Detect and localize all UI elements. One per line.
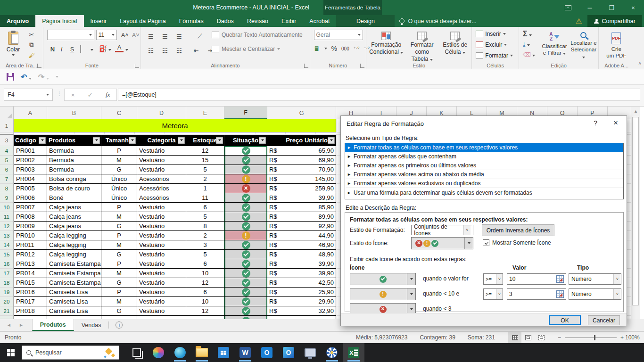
cell-codigo[interactable]: PR004 bbox=[14, 174, 47, 184]
cell-estoque[interactable]: 5 bbox=[186, 212, 224, 222]
tab-pagina-inicial[interactable]: Página Inicial bbox=[35, 15, 83, 27]
cell-codigo[interactable]: PR015 bbox=[14, 278, 47, 288]
cell-situacao[interactable] bbox=[224, 231, 267, 240]
cell-categoria[interactable]: Vestuário bbox=[137, 306, 186, 316]
value-input[interactable]: 3 bbox=[507, 288, 566, 300]
column-header-E[interactable]: E bbox=[186, 107, 224, 119]
stat-sum[interactable]: Soma: 231 bbox=[468, 334, 495, 341]
cell-tamanho[interactable]: P bbox=[101, 146, 137, 156]
cell-categoria[interactable]: Vestuário bbox=[137, 297, 186, 306]
rule-type-item[interactable]: ►Usar uma fórmula para determinar quais … bbox=[345, 188, 623, 197]
cell-tamanho[interactable]: Único bbox=[101, 193, 137, 203]
tab-arquivo[interactable]: Arquivo bbox=[0, 15, 35, 27]
horizontal-align-buttons[interactable]: ☷ ☷ ☷ ⇤ ⇥ bbox=[146, 46, 215, 55]
currency-format-button[interactable]: 🖩 bbox=[314, 45, 320, 52]
thousands-format-button[interactable]: 000 bbox=[341, 46, 349, 51]
tab-design[interactable]: Design bbox=[336, 15, 395, 27]
cell-tamanho[interactable]: P bbox=[101, 259, 137, 269]
cell-codigo[interactable]: PR007 bbox=[14, 203, 47, 212]
cell-produto[interactable]: Calça legging bbox=[47, 240, 101, 250]
save-icon[interactable] bbox=[7, 73, 14, 81]
autosum-button[interactable]: Σ bbox=[523, 30, 532, 38]
filter-button[interactable] bbox=[259, 137, 266, 144]
underline-button[interactable]: S bbox=[68, 44, 77, 54]
row-number[interactable]: 20 bbox=[0, 297, 14, 306]
outlook-button[interactable]: O bbox=[278, 343, 299, 362]
cell-categoria[interactable]: Vestuário bbox=[137, 250, 186, 259]
font-size-select[interactable]: 11 bbox=[96, 30, 117, 40]
row-number[interactable]: 7 bbox=[0, 174, 14, 184]
column-header-F[interactable]: F bbox=[224, 107, 267, 119]
ok-button[interactable]: OK bbox=[549, 315, 581, 325]
number-format-select[interactable]: Geral bbox=[314, 30, 363, 40]
increase-decimal-button[interactable]: ⁺⋅⁰ bbox=[354, 46, 359, 51]
cell-tamanho[interactable]: G bbox=[101, 278, 137, 288]
clear-button[interactable]: ⌫ bbox=[523, 51, 535, 58]
filter-button[interactable] bbox=[129, 137, 136, 144]
value-input[interactable]: 10 bbox=[507, 273, 566, 285]
cell-tamanho[interactable]: M bbox=[101, 240, 137, 250]
stat-count[interactable]: Contagem: 39 bbox=[420, 334, 455, 341]
wrap-text-button[interactable]: Quebrar Texto Automaticamente bbox=[212, 32, 303, 38]
cell[interactable] bbox=[101, 316, 137, 319]
sheet-prev-icon[interactable]: ◄ bbox=[7, 322, 11, 328]
row-number[interactable]: 16 bbox=[0, 259, 14, 269]
row-number[interactable]: 12 bbox=[0, 222, 14, 231]
row-number[interactable]: 14 bbox=[0, 240, 14, 250]
tab-inserir[interactable]: Inserir bbox=[84, 15, 114, 27]
operator-select[interactable]: >=˅ bbox=[483, 273, 503, 285]
share-button[interactable]: Compartilhar bbox=[587, 15, 642, 27]
cancel-button[interactable]: Cancelar bbox=[588, 315, 620, 325]
page-break-view-button[interactable] bbox=[535, 332, 548, 343]
cell-preco[interactable]: R$44,90 bbox=[267, 231, 336, 240]
qat-more-icon[interactable] bbox=[56, 76, 58, 78]
select-all-corner[interactable] bbox=[0, 107, 14, 119]
undo-button[interactable]: ↶ bbox=[21, 73, 32, 82]
cell-preco[interactable]: R$25,90 bbox=[267, 288, 336, 297]
restore-button[interactable]: ❐ bbox=[601, 0, 622, 15]
table-title-cell[interactable]: Meteora bbox=[14, 119, 336, 132]
cell-preco[interactable]: R$48,90 bbox=[267, 250, 336, 259]
cell-categoria[interactable]: Vestuário bbox=[137, 165, 186, 174]
type-select[interactable]: Número˅ bbox=[569, 288, 621, 300]
table-column-header[interactable]: Estoque bbox=[186, 135, 224, 146]
column-header-A[interactable]: A bbox=[14, 107, 47, 119]
tab-layout[interactable]: Layout da Página bbox=[113, 15, 172, 27]
fill-color-button[interactable]: ⛽ bbox=[99, 45, 107, 52]
icon-select[interactable] bbox=[350, 273, 416, 285]
cell-situacao[interactable] bbox=[224, 165, 267, 174]
cell-tamanho[interactable]: M bbox=[101, 269, 137, 278]
cell-produto[interactable]: Camiseta Estampada bbox=[47, 269, 101, 278]
cell-tamanho[interactable]: M bbox=[101, 297, 137, 306]
rule-type-item[interactable]: ►Formatar todas as células com base em s… bbox=[345, 143, 623, 152]
cell-categoria[interactable]: Vestuário bbox=[137, 203, 186, 212]
cell[interactable] bbox=[137, 316, 186, 319]
range-picker-icon[interactable] bbox=[556, 290, 564, 298]
cell-estoque[interactable]: 6 bbox=[186, 203, 224, 212]
row-number[interactable]: 8 bbox=[0, 184, 14, 193]
font-color-dropdown[interactable] bbox=[125, 46, 128, 52]
dialog-help-button[interactable]: ? bbox=[594, 119, 597, 127]
cell-estoque[interactable]: 5 bbox=[186, 165, 224, 174]
cell-codigo[interactable]: PR011 bbox=[14, 240, 47, 250]
store-button[interactable] bbox=[213, 343, 234, 362]
find-select-button[interactable]: Localizar eSelecionar bbox=[569, 29, 598, 60]
scroll-up-icon[interactable]: ▲ bbox=[631, 107, 640, 114]
vertical-align-buttons[interactable]: ☰ ☰ ☰ ⟋ bbox=[146, 32, 205, 41]
cell-categoria[interactable]: Vestuário bbox=[137, 288, 186, 297]
font-name-select[interactable] bbox=[47, 30, 94, 40]
cell-produto[interactable]: Calça legging bbox=[47, 250, 101, 259]
cell-tamanho[interactable]: Único bbox=[101, 174, 137, 184]
cell-produto[interactable]: Calça jeans bbox=[47, 222, 101, 231]
cell-estoque[interactable]: 1 bbox=[186, 184, 224, 193]
cell[interactable] bbox=[14, 316, 47, 319]
cell-tamanho[interactable]: G bbox=[101, 250, 137, 259]
tab-exibir[interactable]: Exibir bbox=[275, 15, 303, 27]
normal-view-button[interactable] bbox=[508, 332, 521, 343]
bold-button[interactable]: N bbox=[48, 44, 57, 54]
cell-tamanho[interactable]: M bbox=[101, 212, 137, 222]
column-header-G[interactable]: G bbox=[267, 107, 336, 119]
cell-situacao[interactable] bbox=[224, 174, 267, 184]
cell-tamanho[interactable]: G bbox=[101, 165, 137, 174]
edge-button[interactable] bbox=[169, 343, 191, 362]
